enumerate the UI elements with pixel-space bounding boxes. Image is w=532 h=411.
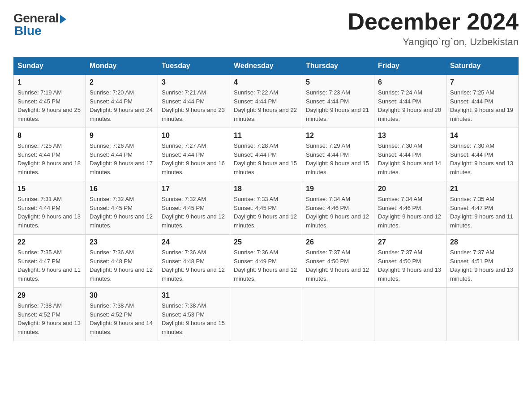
calendar-cell: 27 Sunrise: 7:37 AMSunset: 4:50 PMDaylig… <box>374 235 446 288</box>
day-number: 31 <box>162 291 226 300</box>
calendar-cell: 15 Sunrise: 7:31 AMSunset: 4:44 PMDaylig… <box>14 181 86 235</box>
day-number: 7 <box>450 78 515 86</box>
calendar-cell <box>302 288 374 341</box>
day-info: Sunrise: 7:22 AMSunset: 4:44 PMDaylight:… <box>234 88 298 123</box>
day-info: Sunrise: 7:37 AMSunset: 4:50 PMDaylight:… <box>306 248 370 283</box>
calendar-cell: 28 Sunrise: 7:37 AMSunset: 4:51 PMDaylig… <box>446 235 519 288</box>
day-number: 27 <box>378 238 442 246</box>
calendar-header-tuesday: Tuesday <box>158 57 230 75</box>
calendar-body: 1 Sunrise: 7:19 AMSunset: 4:45 PMDayligh… <box>14 75 519 341</box>
day-number: 19 <box>306 185 370 193</box>
calendar-cell: 6 Sunrise: 7:24 AMSunset: 4:44 PMDayligh… <box>374 75 446 128</box>
day-number: 20 <box>378 185 442 193</box>
calendar-cell: 26 Sunrise: 7:37 AMSunset: 4:50 PMDaylig… <box>302 235 374 288</box>
calendar-week-row: 1 Sunrise: 7:19 AMSunset: 4:45 PMDayligh… <box>14 75 519 128</box>
day-info: Sunrise: 7:37 AMSunset: 4:51 PMDaylight:… <box>450 248 515 283</box>
calendar-cell: 7 Sunrise: 7:25 AMSunset: 4:44 PMDayligh… <box>446 75 519 128</box>
day-number: 8 <box>17 132 82 140</box>
calendar-cell: 3 Sunrise: 7:21 AMSunset: 4:44 PMDayligh… <box>158 75 230 128</box>
calendar-cell <box>446 288 519 341</box>
calendar-cell: 31 Sunrise: 7:38 AMSunset: 4:53 PMDaylig… <box>158 288 230 341</box>
day-info: Sunrise: 7:38 AMSunset: 4:52 PMDaylight:… <box>90 301 154 336</box>
calendar-cell: 4 Sunrise: 7:22 AMSunset: 4:44 PMDayligh… <box>230 75 302 128</box>
calendar-cell: 30 Sunrise: 7:38 AMSunset: 4:52 PMDaylig… <box>86 288 158 341</box>
day-number: 15 <box>17 185 82 193</box>
calendar-cell: 12 Sunrise: 7:29 AMSunset: 4:44 PMDaylig… <box>302 128 374 181</box>
day-info: Sunrise: 7:23 AMSunset: 4:44 PMDaylight:… <box>306 88 370 123</box>
day-number: 14 <box>450 132 515 140</box>
calendar-cell: 22 Sunrise: 7:35 AMSunset: 4:47 PMDaylig… <box>14 235 86 288</box>
month-year-title: December 2024 <box>348 9 519 34</box>
day-number: 30 <box>90 291 154 300</box>
calendar-header-wednesday: Wednesday <box>230 57 302 75</box>
calendar-week-row: 15 Sunrise: 7:31 AMSunset: 4:44 PMDaylig… <box>14 181 519 235</box>
calendar-cell: 20 Sunrise: 7:34 AMSunset: 4:46 PMDaylig… <box>374 181 446 235</box>
day-info: Sunrise: 7:25 AMSunset: 4:44 PMDaylight:… <box>17 141 82 176</box>
day-info: Sunrise: 7:27 AMSunset: 4:44 PMDaylight:… <box>162 141 226 176</box>
day-number: 10 <box>162 132 226 140</box>
calendar-cell: 14 Sunrise: 7:30 AMSunset: 4:44 PMDaylig… <box>446 128 519 181</box>
day-info: Sunrise: 7:38 AMSunset: 4:52 PMDaylight:… <box>17 301 82 336</box>
calendar-cell: 16 Sunrise: 7:32 AMSunset: 4:45 PMDaylig… <box>86 181 158 235</box>
calendar-cell <box>230 288 302 341</box>
calendar-cell: 11 Sunrise: 7:28 AMSunset: 4:44 PMDaylig… <box>230 128 302 181</box>
day-number: 25 <box>234 238 298 246</box>
calendar-cell: 8 Sunrise: 7:25 AMSunset: 4:44 PMDayligh… <box>14 128 86 181</box>
day-number: 1 <box>17 78 82 86</box>
day-info: Sunrise: 7:36 AMSunset: 4:49 PMDaylight:… <box>234 248 298 283</box>
calendar-cell: 5 Sunrise: 7:23 AMSunset: 4:44 PMDayligh… <box>302 75 374 128</box>
day-info: Sunrise: 7:36 AMSunset: 4:48 PMDaylight:… <box>90 248 154 283</box>
logo: General Blue <box>13 9 66 38</box>
calendar-header-friday: Friday <box>374 57 446 75</box>
calendar-cell: 25 Sunrise: 7:36 AMSunset: 4:49 PMDaylig… <box>230 235 302 288</box>
calendar-cell: 21 Sunrise: 7:35 AMSunset: 4:47 PMDaylig… <box>446 181 519 235</box>
day-info: Sunrise: 7:35 AMSunset: 4:47 PMDaylight:… <box>450 195 515 230</box>
calendar-cell: 10 Sunrise: 7:27 AMSunset: 4:44 PMDaylig… <box>158 128 230 181</box>
logo-arrow-icon <box>60 15 66 24</box>
calendar-cell: 2 Sunrise: 7:20 AMSunset: 4:44 PMDayligh… <box>86 75 158 128</box>
calendar-cell: 19 Sunrise: 7:34 AMSunset: 4:46 PMDaylig… <box>302 181 374 235</box>
calendar-cell: 9 Sunrise: 7:26 AMSunset: 4:44 PMDayligh… <box>86 128 158 181</box>
day-info: Sunrise: 7:30 AMSunset: 4:44 PMDaylight:… <box>378 141 442 176</box>
day-info: Sunrise: 7:34 AMSunset: 4:46 PMDaylight:… <box>378 195 442 230</box>
day-info: Sunrise: 7:32 AMSunset: 4:45 PMDaylight:… <box>162 195 226 230</box>
day-info: Sunrise: 7:38 AMSunset: 4:53 PMDaylight:… <box>162 301 226 336</box>
day-number: 23 <box>90 238 154 246</box>
day-info: Sunrise: 7:33 AMSunset: 4:45 PMDaylight:… <box>234 195 298 230</box>
day-number: 18 <box>234 185 298 193</box>
calendar-table: SundayMondayTuesdayWednesdayThursdayFrid… <box>13 57 519 341</box>
day-info: Sunrise: 7:24 AMSunset: 4:44 PMDaylight:… <box>378 88 442 123</box>
day-number: 3 <box>162 78 226 86</box>
day-number: 4 <box>234 78 298 86</box>
day-info: Sunrise: 7:26 AMSunset: 4:44 PMDaylight:… <box>90 141 154 176</box>
title-block: December 2024 Yangiqo`rg`on, Uzbekistan <box>348 9 519 48</box>
calendar-cell: 17 Sunrise: 7:32 AMSunset: 4:45 PMDaylig… <box>158 181 230 235</box>
day-number: 17 <box>162 185 226 193</box>
page-header: General Blue December 2024 Yangiqo`rg`on… <box>13 9 519 48</box>
calendar-week-row: 8 Sunrise: 7:25 AMSunset: 4:44 PMDayligh… <box>14 128 519 181</box>
calendar-header-monday: Monday <box>86 57 158 75</box>
location-subtitle: Yangiqo`rg`on, Uzbekistan <box>348 36 519 48</box>
calendar-cell: 24 Sunrise: 7:36 AMSunset: 4:48 PMDaylig… <box>158 235 230 288</box>
day-info: Sunrise: 7:36 AMSunset: 4:48 PMDaylight:… <box>162 248 226 283</box>
day-info: Sunrise: 7:21 AMSunset: 4:44 PMDaylight:… <box>162 88 226 123</box>
calendar-header-thursday: Thursday <box>302 57 374 75</box>
calendar-cell: 23 Sunrise: 7:36 AMSunset: 4:48 PMDaylig… <box>86 235 158 288</box>
day-number: 2 <box>90 78 154 86</box>
day-info: Sunrise: 7:31 AMSunset: 4:44 PMDaylight:… <box>17 195 82 230</box>
day-info: Sunrise: 7:35 AMSunset: 4:47 PMDaylight:… <box>17 248 82 283</box>
calendar-cell <box>374 288 446 341</box>
day-info: Sunrise: 7:32 AMSunset: 4:45 PMDaylight:… <box>90 195 154 230</box>
day-number: 16 <box>90 185 154 193</box>
logo-blue-text: Blue <box>14 24 42 38</box>
day-number: 13 <box>378 132 442 140</box>
day-number: 22 <box>17 238 82 246</box>
day-info: Sunrise: 7:34 AMSunset: 4:46 PMDaylight:… <box>306 195 370 230</box>
calendar-week-row: 22 Sunrise: 7:35 AMSunset: 4:47 PMDaylig… <box>14 235 519 288</box>
day-info: Sunrise: 7:25 AMSunset: 4:44 PMDaylight:… <box>450 88 515 123</box>
day-info: Sunrise: 7:30 AMSunset: 4:44 PMDaylight:… <box>450 141 515 176</box>
day-number: 24 <box>162 238 226 246</box>
calendar-header-saturday: Saturday <box>446 57 519 75</box>
day-info: Sunrise: 7:28 AMSunset: 4:44 PMDaylight:… <box>234 141 298 176</box>
day-number: 28 <box>450 238 515 246</box>
